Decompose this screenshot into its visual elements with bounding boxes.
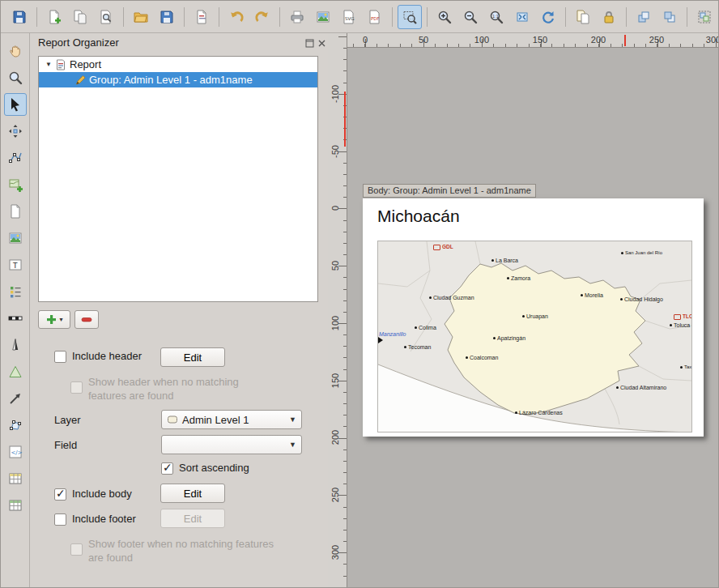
map-item[interactable]: GDL La Barca San Juan del Río Zamora Ciu… (377, 241, 692, 432)
map-city-marker: La Barca (491, 258, 518, 263)
panel-float-button[interactable] (304, 37, 315, 49)
ruler-label: 300 (330, 536, 340, 569)
layer-value: Admin Level 1 (182, 414, 249, 426)
search-template-icon (98, 9, 114, 25)
add-pages-button[interactable] (189, 5, 214, 29)
save-layout-button[interactable] (155, 5, 179, 29)
city-dot (621, 252, 623, 254)
redo-button[interactable] (250, 5, 274, 29)
city-dot (680, 366, 683, 369)
add-label-icon: T (7, 257, 23, 273)
add-page-icon (7, 203, 23, 219)
copy-items-button[interactable] (571, 5, 595, 29)
tree-item-label: Group: Admin Level 1 - adm1name (89, 74, 253, 86)
add-fixed-table-tool-button[interactable] (4, 494, 27, 517)
body-edit-button[interactable]: Edit (160, 484, 225, 503)
layout-canvas[interactable]: 0 50 100 150 200 250 300 -100 -50 0 50 1… (328, 33, 719, 588)
zoom-in-button[interactable] (432, 5, 457, 29)
lower-items-button[interactable] (657, 5, 682, 29)
add-node-item-tool-button[interactable] (4, 414, 27, 437)
report-page: Michoacán (363, 198, 704, 437)
export-pdf-icon: PDF (367, 9, 383, 25)
add-picture-icon (7, 230, 23, 246)
include-footer-checkbox[interactable] (54, 513, 66, 526)
export-pdf-button[interactable]: PDF (363, 5, 387, 29)
panel-close-button[interactable] (316, 37, 327, 49)
undo-button[interactable] (224, 5, 249, 29)
search-template-button[interactable] (94, 5, 118, 29)
add-arrow-tool-button[interactable] (4, 387, 27, 410)
move-item-content-tool-button[interactable] (4, 120, 27, 143)
ruler-label: 200 (330, 421, 340, 454)
add-scalebar-tool-button[interactable] (4, 307, 27, 330)
add-attribute-table-tool-button[interactable] (4, 467, 27, 490)
sort-ascending-checkbox[interactable] (161, 462, 173, 475)
export-svg-button[interactable]: SVG (337, 5, 361, 29)
map-city-marker: San Juan del Río (621, 250, 662, 255)
export-image-button[interactable] (311, 5, 335, 29)
item-tooltip: Body: Group: Admin Level 1 - adm1name (363, 184, 536, 198)
add-north-arrow-tool-button[interactable] (4, 334, 27, 356)
layer-combobox[interactable]: Admin Level 1 ▼ (161, 410, 302, 429)
print-button[interactable] (285, 5, 309, 29)
include-header-checkbox[interactable] (54, 351, 66, 363)
include-body-checkbox[interactable] (54, 488, 66, 501)
add-section-button[interactable]: ▾ (38, 310, 70, 329)
city-dot (616, 386, 619, 389)
pan-tool-button[interactable] (4, 40, 27, 62)
layout-work-area[interactable]: Body: Group: Admin Level 1 - adm1name Mi… (347, 48, 719, 588)
lock-items-button[interactable] (597, 5, 621, 29)
map-road-label: TLC (674, 314, 692, 320)
tree-item-group-selected[interactable]: Group: Admin Level 1 - adm1name (39, 72, 317, 87)
chevron-down-icon: ▼ (289, 415, 296, 424)
add-picture-tool-button[interactable] (4, 227, 27, 249)
zoom-tool-button[interactable] (4, 66, 27, 89)
horizontal-ruler: 0 50 100 150 200 250 300 (347, 33, 719, 48)
road-shield-icon (674, 314, 681, 320)
toolbar-separator (392, 7, 393, 27)
add-legend-tool-button[interactable] (4, 280, 27, 303)
save-layout-icon (159, 9, 175, 25)
save-project-button[interactable] (7, 5, 32, 29)
panel-title: Report Organizer (38, 36, 119, 49)
toolbar-separator (219, 7, 219, 27)
map-water-label: Manzanillo (379, 331, 406, 337)
open-folder-icon (133, 9, 149, 25)
remove-section-button[interactable] (74, 310, 99, 329)
add-label-tool-button[interactable]: T (4, 254, 27, 276)
header-edit-button[interactable]: Edit (160, 347, 225, 367)
refresh-button[interactable] (536, 5, 560, 29)
field-combobox[interactable]: ▼ (161, 435, 302, 454)
add-shape-tool-button[interactable] (4, 360, 27, 383)
map-city-marker: Uruapan (522, 313, 548, 319)
zoom-actual-button[interactable]: 1:1 (484, 5, 508, 29)
zoom-region-button[interactable] (398, 5, 422, 29)
add-map-tool-button[interactable] (4, 173, 27, 196)
group-items-icon (696, 9, 713, 25)
select-move-item-tool-button[interactable] (4, 93, 27, 116)
copy-items-icon (575, 9, 591, 25)
report-organizer-tree: ▼ Report Group: Admin Level 1 - adm1name (38, 56, 318, 302)
group-items-button[interactable] (692, 5, 717, 29)
add-attribute-table-icon (7, 471, 23, 487)
add-legend-icon (7, 283, 23, 300)
expander-icon[interactable]: ▼ (42, 61, 55, 68)
edit-nodes-tool-button[interactable] (4, 147, 27, 169)
open-folder-button[interactable] (129, 5, 153, 29)
new-item-button[interactable] (42, 5, 66, 29)
map-edge-marker (378, 337, 383, 343)
sort-ascending-label: Sort ascending (179, 462, 249, 474)
add-page-tool-button[interactable] (4, 200, 27, 223)
show-header-checkbox (70, 381, 83, 394)
toolbar-separator (427, 7, 428, 27)
cursor-icon (7, 96, 23, 113)
duplicate-item-button[interactable] (68, 5, 92, 29)
raise-items-button[interactable] (632, 5, 656, 29)
pan-hand-icon (7, 43, 23, 59)
tree-item-report[interactable]: ▼ Report (39, 57, 317, 72)
add-html-tool-button[interactable]: </> (4, 441, 27, 463)
zoom-full-button[interactable] (510, 5, 534, 29)
ruler-label: 200 (591, 35, 606, 45)
zoom-out-button[interactable] (458, 5, 483, 29)
report-organizer-panel: Report Organizer ▼ Report Group: Admin L… (30, 33, 328, 588)
